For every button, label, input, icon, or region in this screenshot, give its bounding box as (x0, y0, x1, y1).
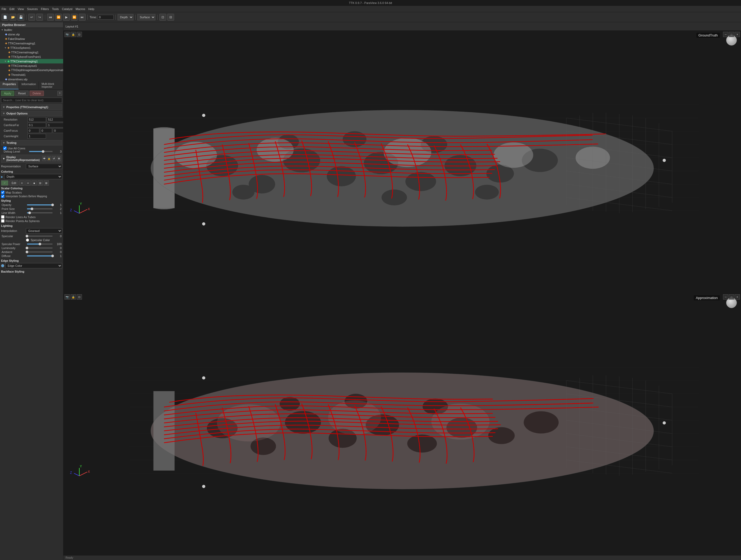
tree-item-threshold[interactable]: ◈ Threshold1 (0, 72, 63, 77)
tree-item-ttkci2[interactable]: ◈ TTKCinemaImaging1 (0, 50, 63, 55)
cam-nearfar-1[interactable] (27, 123, 46, 127)
resolution-input-2[interactable] (47, 117, 63, 122)
vp-close-btn-2[interactable]: × (735, 294, 740, 300)
color-btn-2[interactable]: ━ (25, 180, 31, 186)
new-btn[interactable]: 📄 (2, 14, 8, 21)
cam-focus-3[interactable] (53, 128, 63, 133)
play-last-btn[interactable]: ⏭ (79, 14, 86, 21)
surface-select[interactable]: Surface (137, 14, 155, 20)
map-scalars-checkbox[interactable] (1, 191, 4, 194)
tree-item-ttkdepth[interactable]: ◈ TTKDepthImagebasedGeometryApproximatio… (0, 68, 63, 72)
help-btn[interactable]: ? (57, 91, 62, 96)
line-width-slider[interactable] (27, 212, 53, 213)
display-refresh-btn[interactable]: ↺ (52, 156, 56, 161)
vp-lock-btn[interactable]: 🔒 (71, 32, 76, 37)
interpolate-scalars-checkbox[interactable] (1, 195, 4, 198)
menu-tools[interactable]: Tools (52, 7, 59, 11)
play-prev-btn[interactable]: ⏪ (55, 14, 62, 21)
menu-filters[interactable]: Filters (41, 7, 49, 11)
play-first-btn[interactable]: ⏮ (47, 14, 54, 21)
diffuse-container: 1 (27, 254, 62, 257)
tab-multiblock[interactable]: Multi-block Inspector (39, 81, 63, 89)
cam-nearfar-2[interactable] (47, 123, 63, 127)
color-btn-1[interactable]: ≡ (19, 180, 24, 186)
vp-reset-btn[interactable]: ⊡ (77, 32, 82, 37)
vp-minimize-btn[interactable]: ─ (723, 32, 728, 37)
vp-close-btn[interactable]: × (735, 32, 740, 37)
tree-item-streamlines[interactable]: ◆ streamlines.vtp (0, 77, 63, 81)
cam-focus-2[interactable] (40, 128, 52, 133)
cam-height-input[interactable] (27, 134, 46, 138)
opacity-slider[interactable] (27, 204, 53, 205)
menu-help[interactable]: Help (88, 7, 94, 11)
reset-camera-btn[interactable]: ⊡ (159, 14, 166, 21)
color-btn-3[interactable]: ■ (31, 180, 37, 186)
specular-power-slider[interactable] (27, 244, 53, 245)
tree-item-ttklayout[interactable]: ◈ TTKCinemaLayout1 (0, 63, 63, 68)
display-section-header[interactable]: ▼ Display (GeometryRepresentation) 👁 🔒 ↺… (1, 155, 62, 163)
undo-btn[interactable]: ↩ (28, 14, 35, 21)
tree-item-ttkico[interactable]: ▼ ◈ TTKIcoSphere1 (0, 46, 63, 50)
rescale-btn[interactable]: ✓ (1, 180, 8, 186)
coloring-select[interactable]: Depth (4, 174, 62, 179)
tree-item-builtin[interactable]: ▼ builtin: (0, 28, 63, 32)
use-all-cores-checkbox[interactable] (3, 146, 7, 150)
vp-minimize-btn-2[interactable]: ─ (723, 294, 728, 300)
edge-color-select[interactable]: Edge Color (5, 263, 62, 268)
menu-sources[interactable]: Sources (27, 7, 38, 11)
tab-properties[interactable]: Properties (0, 81, 19, 89)
tree-item-fakeshadow[interactable]: ◈ FakeShadow (0, 37, 63, 41)
display-lock-btn[interactable]: 🔒 (47, 156, 51, 161)
menu-macros[interactable]: Macros (76, 7, 85, 11)
vp-maximize-btn[interactable]: □ (729, 32, 734, 37)
output-options-header[interactable]: ▼ Output Options (1, 111, 62, 116)
point-size-slider[interactable] (27, 208, 53, 209)
props-section-header[interactable]: ▼ Properties (TTKCinemaImaging1) (1, 105, 62, 110)
time-input[interactable] (98, 15, 114, 19)
render-lines-tubes-checkbox[interactable] (1, 215, 4, 219)
menu-view[interactable]: View (18, 7, 24, 11)
edit-color-btn[interactable]: Edit (9, 180, 18, 186)
reset-button[interactable]: Reset (15, 91, 29, 96)
vp-reset-btn-2[interactable]: ⊡ (77, 294, 82, 300)
cam-focus-1[interactable] (27, 128, 40, 133)
apply-button[interactable]: Apply (1, 91, 14, 96)
render-points-spheres-checkbox[interactable] (1, 219, 4, 223)
vp-camera-btn[interactable]: 📷 (64, 32, 70, 37)
color-btn-4[interactable]: ⊞ (38, 180, 43, 186)
tab-information[interactable]: Information (19, 81, 39, 89)
color-btn-5[interactable]: ⊠ (44, 180, 49, 186)
display-eye-btn[interactable]: 👁 (42, 156, 46, 161)
play-btn[interactable]: ▶ (63, 14, 70, 21)
representation-select[interactable]: Surface (26, 164, 62, 169)
redo-btn[interactable]: ↪ (36, 14, 43, 21)
testing-header[interactable]: ▼ Testing (1, 140, 62, 145)
display-settings-btn[interactable]: ⚙ (57, 156, 61, 161)
debug-slider[interactable] (29, 151, 53, 152)
viewport-approximation[interactable]: 📷 🔒 ⊡ Approximation ─ □ × (63, 293, 741, 555)
save-btn[interactable]: 💾 (17, 14, 24, 21)
tree-item-stone[interactable]: ◆ stone.vtp (0, 32, 63, 37)
vp-maximize-btn-2[interactable]: □ (729, 294, 734, 300)
play-next-btn[interactable]: ⏩ (71, 14, 78, 21)
menu-edit[interactable]: Edit (9, 7, 14, 11)
diffuse-slider[interactable] (27, 255, 53, 256)
viewport-groundtruth[interactable]: 📷 🔒 ⊡ GroundTruth ─ □ × (63, 31, 741, 293)
depth-select[interactable]: Depth (118, 14, 133, 20)
tree-item-ttkci1[interactable]: ◈ TTKCinemaImaging1 (0, 41, 63, 46)
ambient-slider[interactable] (27, 251, 53, 252)
vp-camera-btn-2[interactable]: 📷 (64, 294, 70, 300)
tree-item-ttksphere[interactable]: ◈ TTKSphereFromPoint1 (0, 55, 63, 59)
resolution-input-1[interactable] (27, 117, 46, 122)
menu-catalyst[interactable]: Catalyst (62, 7, 72, 11)
vp-lock-btn-2[interactable]: 🔒 (71, 294, 76, 300)
search-input[interactable] (1, 98, 62, 103)
menu-file[interactable]: File (2, 7, 6, 11)
zoom-fit-btn[interactable]: ⊟ (167, 14, 174, 21)
luminosity-slider[interactable] (27, 247, 53, 249)
tree-item-ttkci3[interactable]: ▼ ◈ TTKCinemaImaging1 (0, 59, 63, 63)
delete-button[interactable]: Delete (29, 91, 44, 96)
open-btn[interactable]: 📂 (9, 14, 16, 21)
specular-slider[interactable] (27, 236, 53, 237)
interpolation-select[interactable]: Gouraud (26, 228, 62, 234)
